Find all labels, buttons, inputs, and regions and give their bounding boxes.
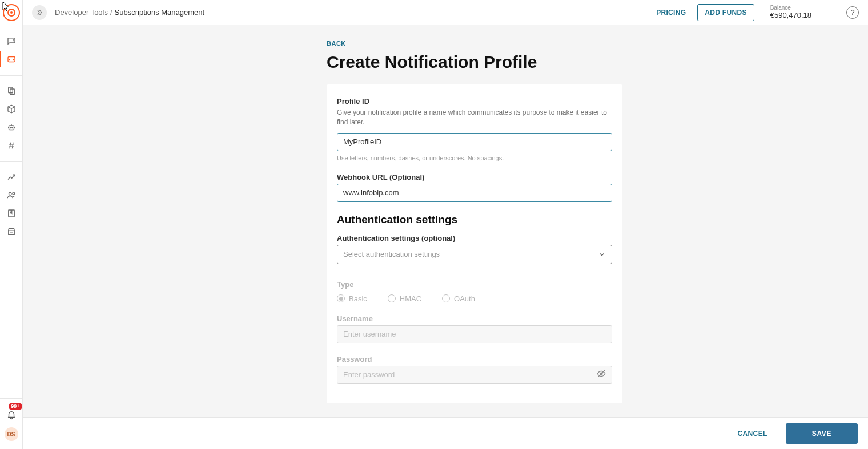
webhook-label: Webhook URL (Optional) <box>337 173 612 181</box>
chevron-down-icon <box>598 250 606 258</box>
svg-point-8 <box>9 193 11 196</box>
balance-value: €590,470.18 <box>770 11 811 20</box>
breadcrumb-current: Subscriptions Management <box>115 8 205 17</box>
username-input <box>337 325 612 343</box>
profile-id-label: Profile ID <box>337 97 612 106</box>
eye-off-icon <box>596 369 606 379</box>
breadcrumb: Developer Tools / Subscriptions Manageme… <box>55 8 204 17</box>
balance-display: Balance €590,470.18 <box>770 5 811 19</box>
profile-id-input[interactable] <box>337 133 612 151</box>
nav-analytics-icon[interactable] <box>0 168 23 186</box>
svg-rect-2 <box>8 57 15 62</box>
profile-id-desc: Give your notification profile a name wh… <box>337 108 612 127</box>
password-label: Password <box>337 355 612 363</box>
webhook-input[interactable] <box>337 184 612 202</box>
svg-point-9 <box>12 192 14 195</box>
svg-point-1 <box>13 41 14 41</box>
nav-copy-icon[interactable] <box>0 82 23 100</box>
auth-type-radios: Basic HMAC OAuth <box>337 294 612 303</box>
help-button[interactable]: ? <box>846 6 859 19</box>
nav-dev-tools-icon[interactable] <box>0 50 23 68</box>
breadcrumb-separator: / <box>110 8 112 17</box>
nav-package-icon[interactable] <box>0 100 23 118</box>
radio-circle-hmac-icon <box>388 294 396 302</box>
notifications-bell[interactable]: 99+ <box>0 407 23 423</box>
nav-bookmark-list-icon[interactable] <box>0 204 23 223</box>
back-link[interactable]: BACK <box>327 40 346 47</box>
left-rail: 99+ DS <box>0 0 23 449</box>
app-logo[interactable] <box>0 0 23 25</box>
pricing-link[interactable]: PRICING <box>656 9 686 17</box>
header-divider <box>829 6 829 19</box>
form-footer: CANCEL SAVE <box>23 417 868 449</box>
username-label: Username <box>337 314 612 323</box>
svg-rect-4 <box>10 89 14 95</box>
page-title: Create Notification Profile <box>327 52 612 72</box>
top-header: Developer Tools / Subscriptions Manageme… <box>23 0 868 25</box>
breadcrumb-parent[interactable]: Developer Tools <box>55 8 108 17</box>
user-avatar[interactable]: DS <box>5 427 18 441</box>
auth-settings-select[interactable]: Select authentication settings <box>337 245 612 264</box>
radio-circle-oauth-icon <box>442 294 450 302</box>
save-button[interactable]: SAVE <box>786 423 858 444</box>
nav-people-icon[interactable] <box>0 186 23 204</box>
svg-point-0 <box>13 39 14 40</box>
page-content: BACK Create Notification Profile Profile… <box>23 25 868 449</box>
svg-point-6 <box>10 127 11 128</box>
svg-point-7 <box>11 127 13 128</box>
radio-circle-basic-icon <box>337 294 345 302</box>
cancel-button[interactable]: CANCEL <box>729 424 775 443</box>
auth-section-title: Authentication settings <box>337 213 612 226</box>
type-label: Type <box>337 280 612 289</box>
expand-sidebar-button[interactable] <box>32 5 47 20</box>
add-funds-button[interactable]: ADD FUNDS <box>697 4 754 21</box>
nav-hash-icon[interactable] <box>0 136 23 155</box>
radio-basic[interactable]: Basic <box>337 294 367 303</box>
profile-id-hint: Use letters, numbers, dashes, or undersc… <box>337 155 612 161</box>
form-card: Profile ID Give your notification profil… <box>327 84 622 403</box>
radio-oauth[interactable]: OAuth <box>442 294 475 303</box>
auth-select-label: Authentication settings (optional) <box>337 234 612 242</box>
svg-rect-5 <box>9 126 14 130</box>
nav-chat-icon[interactable] <box>0 32 23 50</box>
radio-hmac[interactable]: HMAC <box>388 294 421 303</box>
password-visibility-toggle[interactable] <box>596 369 606 381</box>
nav-store-icon[interactable] <box>0 223 23 241</box>
svg-rect-3 <box>8 87 13 93</box>
nav-robot-icon[interactable] <box>0 118 23 136</box>
notification-badge: 99+ <box>9 403 21 410</box>
password-input <box>337 366 612 384</box>
auth-select-placeholder: Select authentication settings <box>343 250 440 258</box>
